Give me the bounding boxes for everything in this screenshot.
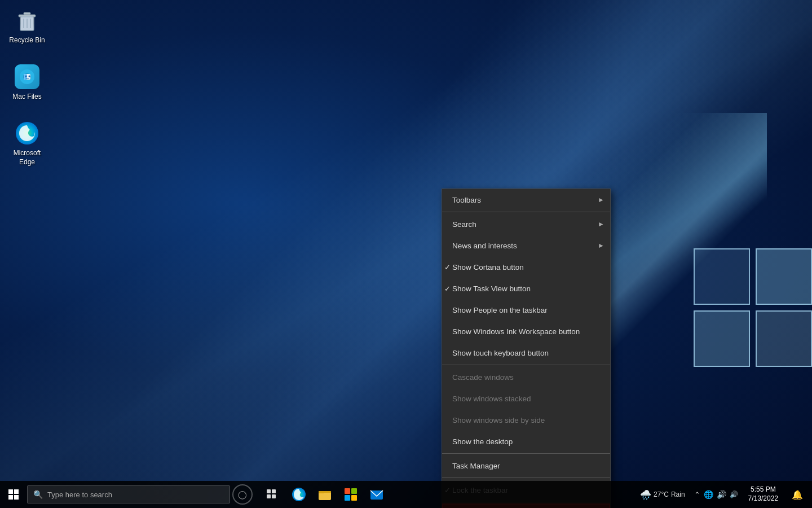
speaker-icon[interactable]: 🔊 (730, 491, 738, 498)
menu-item-toolbars-label: Toolbars (452, 196, 481, 204)
menu-item-side-by-side: Show windows side by side (442, 409, 610, 431)
system-tray: 🌧️ 27°C Rain ⌃ 🌐 🔊 🔊 5:55 PM 7/13/2022 🔔 (637, 481, 812, 508)
menu-item-cascade: Cascade windows (442, 366, 610, 388)
desktop-icon-recycle-bin[interactable]: Recycle Bin (5, 5, 50, 47)
menu-item-stacked: Show windows stacked (442, 388, 610, 409)
svg-rect-14 (267, 494, 271, 498)
notification-button[interactable]: 🔔 (785, 481, 810, 508)
windows-start-icon (8, 489, 19, 500)
menu-item-people-label: Show People on the taskbar (452, 306, 548, 314)
taskbar-icons (259, 481, 284, 508)
weather-icon: 🌧️ (640, 489, 651, 500)
desktop-icon-edge[interactable]: Microsoft Edge (5, 117, 50, 169)
edge-label: Microsoft Edge (7, 149, 47, 167)
arrow-icon-search: ► (598, 220, 604, 228)
weather-area[interactable]: 🌧️ 27°C Rain (637, 489, 689, 500)
start-button[interactable] (0, 481, 27, 508)
separator-2 (442, 365, 610, 365)
weather-condition: Rain (671, 491, 685, 498)
desktop: Recycle Bin Mac Files (0, 0, 812, 508)
separator-1 (442, 212, 610, 212)
edge-icon (14, 120, 41, 147)
menu-item-show-desktop[interactable]: Show the desktop (442, 431, 610, 452)
menu-item-news[interactable]: News and interests ► (442, 235, 610, 256)
volume-icon[interactable]: 🔊 (717, 490, 726, 499)
tray-icons: ⌃ 🌐 🔊 🔊 (691, 490, 742, 499)
menu-item-touch-keyboard[interactable]: Show touch keyboard button (442, 342, 610, 364)
svg-rect-13 (272, 489, 276, 493)
menu-item-show-desktop-label: Show the desktop (452, 437, 513, 446)
arrow-icon: ► (598, 196, 604, 204)
search-icon: 🔍 (33, 490, 43, 499)
menu-item-news-label: News and interests (452, 242, 517, 250)
svg-rect-12 (267, 489, 271, 493)
cortana-icon: ◯ (238, 490, 247, 499)
win-pane-bl (694, 310, 750, 367)
menu-item-search-label: Search (452, 220, 476, 229)
svg-rect-2 (24, 12, 30, 15)
menu-item-ink[interactable]: Show Windows Ink Workspace button (442, 321, 610, 342)
win-icon-pane-1 (8, 489, 13, 494)
svg-point-10 (29, 76, 30, 77)
menu-item-task-manager-label: Task Manager (452, 462, 500, 470)
svg-rect-20 (345, 488, 350, 494)
menu-item-task-manager[interactable]: Task Manager (442, 455, 610, 476)
mac-files-label: Mac Files (12, 93, 41, 102)
taskbar-app-mail[interactable] (364, 481, 389, 508)
clock-date: 7/13/2022 (748, 494, 778, 503)
menu-item-cascade-label: Cascade windows (452, 373, 514, 382)
desktop-icon-mac-files[interactable]: Mac Files (5, 61, 50, 104)
menu-item-ink-label: Show Windows Ink Workspace button (452, 327, 580, 336)
svg-rect-15 (272, 494, 276, 498)
win-pane-tl (694, 248, 750, 305)
weather-temp: 27°C (654, 491, 669, 498)
taskbar: 🔍 Type here to search ◯ (0, 481, 812, 508)
menu-item-stacked-label: Show windows stacked (452, 395, 531, 403)
recycle-bin-label: Recycle Bin (9, 36, 45, 45)
checkmark-task-view: ✓ (444, 284, 451, 293)
cortana-button[interactable]: ◯ (232, 484, 253, 505)
menu-item-toolbars[interactable]: Toolbars ► (442, 189, 610, 211)
separator-4 (442, 478, 610, 478)
recycle-bin-icon (14, 7, 41, 34)
separator-3 (442, 453, 610, 454)
svg-rect-19 (319, 491, 331, 493)
mac-files-icon-inner (15, 64, 39, 89)
menu-item-task-view-label: Show Task View button (452, 284, 531, 293)
menu-item-cortana-label: Show Cortana button (452, 263, 524, 271)
svg-rect-22 (345, 495, 350, 501)
clock-time: 5:55 PM (751, 485, 776, 494)
taskbar-app-store[interactable] (338, 481, 363, 508)
menu-item-task-view[interactable]: ✓ Show Task View button (442, 278, 610, 299)
win-icon-pane-2 (14, 489, 19, 494)
menu-item-search[interactable]: Search ► (442, 213, 610, 235)
menu-item-side-by-side-label: Show windows side by side (452, 416, 545, 424)
win-pane-br (756, 310, 812, 367)
win-pane-tr (756, 248, 812, 305)
taskbar-app-edge[interactable] (286, 481, 311, 508)
search-placeholder: Type here to search (47, 491, 112, 499)
context-menu: Toolbars ► Search ► News and interests ►… (442, 189, 611, 508)
taskbar-app-explorer[interactable] (312, 481, 337, 508)
search-bar[interactable]: 🔍 Type here to search (27, 485, 230, 503)
mac-files-icon (14, 63, 41, 90)
task-view-button[interactable] (259, 481, 284, 508)
chevron-up-icon[interactable]: ⌃ (694, 491, 700, 499)
menu-item-cortana[interactable]: ✓ Show Cortana button (442, 256, 610, 278)
svg-point-9 (25, 76, 27, 77)
checkmark-cortana: ✓ (444, 263, 451, 271)
tray-clock[interactable]: 5:55 PM 7/13/2022 (744, 485, 783, 503)
arrow-icon-news: ► (598, 242, 604, 249)
menu-item-touch-keyboard-label: Show touch keyboard button (452, 349, 549, 357)
svg-rect-21 (351, 488, 357, 494)
notification-icon: 🔔 (792, 489, 803, 500)
menu-item-people[interactable]: Show People on the taskbar (442, 299, 610, 321)
win-icon-pane-3 (8, 495, 13, 500)
win-icon-pane-4 (14, 495, 19, 500)
svg-rect-23 (351, 495, 357, 501)
taskbar-apps (286, 481, 389, 508)
network-icon[interactable]: 🌐 (704, 490, 713, 499)
